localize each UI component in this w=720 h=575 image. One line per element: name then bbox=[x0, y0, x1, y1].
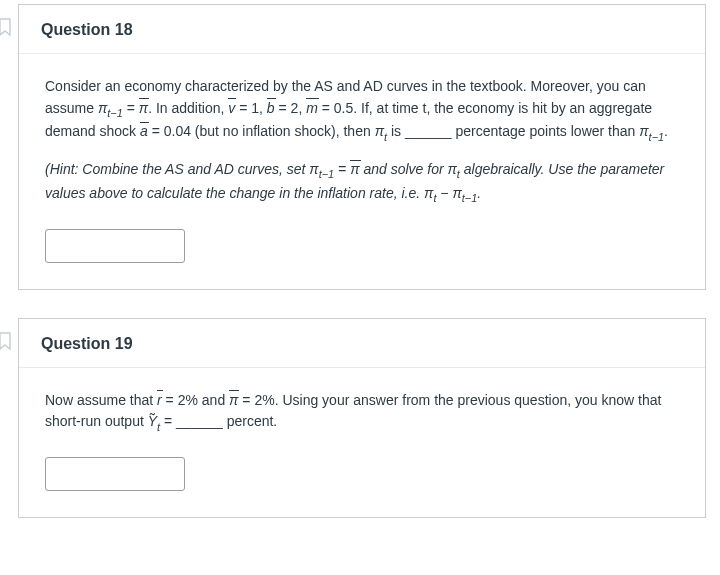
question-18-block: Question 18 Consider an economy characte… bbox=[18, 4, 706, 290]
question-18-header: Question 18 bbox=[19, 5, 705, 54]
bookmark-icon bbox=[0, 17, 15, 37]
question-19-title: Question 19 bbox=[41, 335, 133, 352]
question-18-answer-input[interactable] bbox=[45, 229, 185, 263]
question-19-body: Now assume that r = 2% and π = 2%. Using… bbox=[19, 368, 705, 517]
question-18-prompt: Consider an economy characterized by the… bbox=[45, 76, 679, 145]
question-19-answer-input[interactable] bbox=[45, 457, 185, 491]
question-19-prompt: Now assume that r = 2% and π = 2%. Using… bbox=[45, 390, 679, 435]
question-18-body: Consider an economy characterized by the… bbox=[19, 54, 705, 289]
question-19-header: Question 19 bbox=[19, 319, 705, 368]
question-18-hint: (Hint: Combine the AS and AD curves, set… bbox=[45, 159, 679, 206]
question-18-title: Question 18 bbox=[41, 21, 133, 38]
question-19-block: Question 19 Now assume that r = 2% and π… bbox=[18, 318, 706, 518]
bookmark-icon bbox=[0, 331, 15, 351]
